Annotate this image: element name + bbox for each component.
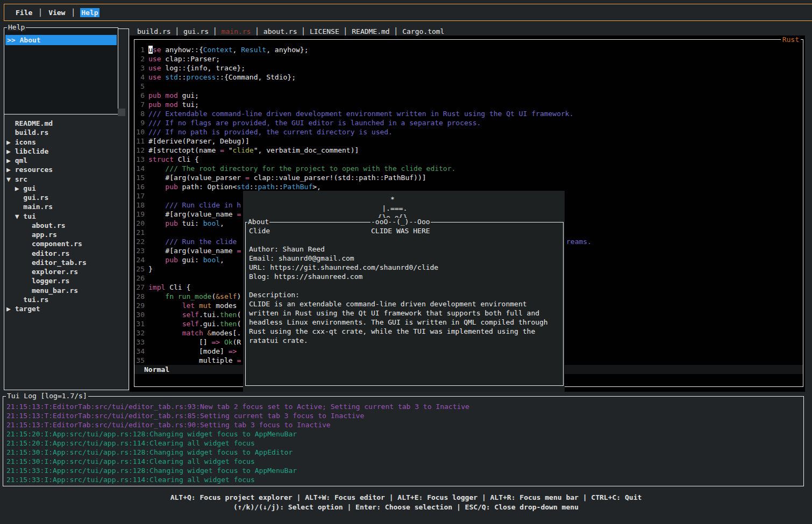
code-text: pub path: Option<std::path::PathBuf>,: [148, 182, 321, 191]
code-token: fn run_mode: [165, 292, 211, 300]
code-token: }: [148, 265, 153, 273]
code-token: pub: [165, 219, 177, 227]
code-token: Ok: [224, 338, 233, 346]
menu-item-help[interactable]: Help: [80, 8, 99, 17]
code-line[interactable]: 9/// If no flags are provided, the GUI e…: [134, 118, 803, 127]
tree-item-about.rs[interactable]: about.rs: [6, 221, 127, 230]
tree-item-label: gui.rs: [6, 193, 127, 202]
explorer-scrollbar-thumb[interactable]: [118, 109, 125, 116]
tree-item-editor_tab.rs[interactable]: editor_tab.rs: [6, 258, 127, 267]
code-line[interactable]: 1use anyhow::{Context, Result, anyhow};: [134, 45, 803, 54]
code-token: ", verbatim_doc_comment)]: [254, 146, 359, 154]
clide-tui-window: File│View│Help README.md build.rs▶ icons…: [0, 0, 812, 524]
tree-item-icons[interactable]: ▶ icons: [6, 138, 127, 147]
code-text: }: [148, 264, 153, 274]
tree-item-label: tui.rs: [6, 295, 127, 304]
tree-item-tui.rs[interactable]: tui.rs: [6, 295, 127, 304]
dropdown-item-about[interactable]: >> About: [5, 35, 117, 45]
tree-item-src[interactable]: ▼ src: [6, 175, 127, 184]
tree-item-menu_bar.rs[interactable]: menu_bar.rs: [6, 286, 127, 295]
code-token: impl: [148, 283, 165, 291]
tree-item-main.rs[interactable]: main.rs: [6, 202, 127, 211]
tab-README.md[interactable]: README.md: [352, 27, 389, 35]
tree-item-explorer.rs[interactable]: explorer.rs: [6, 267, 127, 276]
tree-item-libclide[interactable]: ▶ libclide: [6, 147, 127, 156]
code-text: use clap::Parser;: [148, 54, 220, 63]
code-token: ,: [220, 256, 224, 264]
tree-item-label: ▶ gui: [6, 184, 127, 193]
tab-main.rs[interactable]: main.rs: [222, 27, 251, 35]
code-line[interactable]: 12#[structopt(name = "clide", verbatim_d…: [134, 146, 803, 155]
log-entry: 21:15:33:I:App:src/tui/app.rs:114:Cleari…: [6, 475, 803, 484]
tree-item-label: app.rs: [6, 230, 127, 239]
code-line[interactable]: 13struct Cli {: [134, 155, 803, 164]
code-token: Result: [241, 46, 266, 54]
shortcut-line-2: (↑/k)/(↓/j): Select option | Enter: Choo…: [0, 503, 812, 512]
tree-item-README.md[interactable]: README.md: [6, 119, 127, 128]
code-line[interactable]: 11#[derive(Parser, Debug)]: [134, 137, 803, 146]
editor-tabs: build.rs │ gui.rs │ main.rs │ about.rs │…: [137, 27, 444, 36]
code-line[interactable]: 2use clap::Parser;: [134, 54, 803, 63]
tree-item-build.rs[interactable]: build.rs: [6, 128, 127, 137]
code-line[interactable]: 16 pub path: Option<std::path::PathBuf>,: [134, 182, 803, 191]
about-line: [249, 235, 563, 245]
line-number: 1: [134, 45, 145, 54]
log-entry: 21:15:13:T:EditorTab:src/tui/editor_tab.…: [6, 402, 803, 411]
tree-item-logger.rs[interactable]: logger.rs: [6, 276, 127, 285]
menu-item-file[interactable]: File: [15, 8, 33, 17]
tab-build.rs[interactable]: build.rs: [137, 27, 171, 35]
code-token: [148, 256, 165, 264]
tree-item-label: ▶ qml: [6, 156, 127, 165]
log-entry: 21:15:13:T:EditorTab:src/tui/editor_tab.…: [6, 420, 803, 429]
code-token: bool: [203, 256, 220, 264]
code-token: /// Run the clide: [165, 238, 237, 246]
code-token: Cli {: [174, 155, 199, 163]
line-number: 11: [134, 137, 145, 146]
code-token: log::{info, trace};: [161, 64, 245, 72]
tree-item-label: ▶ target: [6, 304, 127, 313]
tree-item-editor.rs[interactable]: editor.rs: [6, 249, 127, 258]
code-line[interactable]: 6pub mod gui;: [134, 91, 803, 100]
tree-item-target[interactable]: ▶ target: [6, 304, 127, 313]
code-token: clap::value_parser!(std::path::PathBuf))…: [250, 174, 426, 182]
tab-about.rs[interactable]: about.rs: [263, 27, 297, 35]
line-number: 19: [134, 210, 145, 219]
tab-gui.rs[interactable]: gui.rs: [183, 27, 209, 35]
code-token: ::: [250, 183, 258, 191]
menu-item-view[interactable]: View: [47, 8, 66, 17]
code-token: use: [148, 73, 161, 81]
tree-item-gui.rs[interactable]: gui.rs: [6, 193, 127, 202]
code-line[interactable]: 8/// Extendable command-line driven deve…: [134, 109, 803, 118]
code-token: ): [237, 292, 241, 300]
line-number: 12: [134, 146, 145, 155]
line-number: 16: [134, 182, 145, 191]
code-token: anyhow::{: [161, 46, 203, 54]
tree-item-app.rs[interactable]: app.rs: [6, 230, 127, 239]
code-line[interactable]: 10/// If no path is provided, the curren…: [134, 127, 803, 137]
code-line[interactable]: 5: [134, 82, 803, 91]
tree-item-tui[interactable]: ▼ tui: [6, 212, 127, 221]
about-dialog-box: About -ooO--(_)--Ooo Clide CLIDE WAS HER…: [245, 222, 564, 386]
code-text: match &modes[.: [148, 328, 241, 338]
code-token: gui:: [178, 256, 203, 264]
code-text: let mut modes: [148, 301, 237, 310]
tab-LICENSE[interactable]: LICENSE: [310, 27, 339, 35]
tree-item-resources[interactable]: ▶ resources: [6, 165, 127, 174]
code-token: Context: [203, 46, 233, 54]
tree-item-component.rs[interactable]: component.rs: [6, 239, 127, 248]
about-line: headless Linux environments. The GUI is …: [249, 318, 563, 327]
line-number: 32: [134, 328, 145, 338]
code-token: ,: [233, 46, 241, 54]
code-token: ::: [275, 183, 283, 191]
tree-item-qml[interactable]: ▶ qml: [6, 156, 127, 165]
code-token: [mode]: [148, 347, 229, 355]
tab-Cargo.toml[interactable]: Cargo.toml: [402, 27, 444, 35]
code-token: [148, 183, 165, 191]
code-line[interactable]: 7pub mod tui;: [134, 100, 803, 109]
code-line[interactable]: 15 #[arg(value_parser = clap::value_pars…: [134, 173, 803, 182]
line-number: 30: [134, 310, 145, 319]
tree-item-gui[interactable]: ▶ gui: [6, 184, 127, 193]
code-line[interactable]: 14 /// The root directory for the projec…: [134, 164, 803, 173]
code-line[interactable]: 3use log::{info, trace};: [134, 63, 803, 73]
code-line[interactable]: 4use std::process::{Command, Stdio};: [134, 73, 803, 82]
